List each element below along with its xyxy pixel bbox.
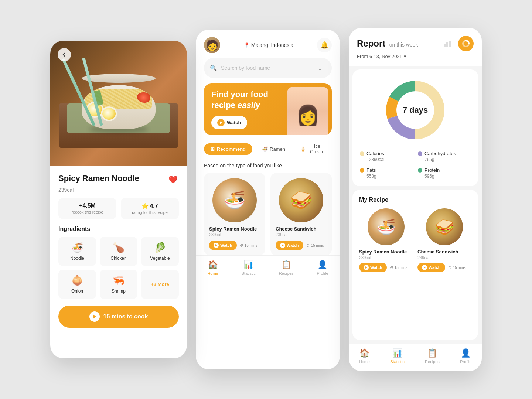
calories-value: 12890cal [360, 157, 413, 162]
favorite-button[interactable]: ❤️ [167, 174, 179, 185]
ramen-watch-button[interactable]: Watch [209, 241, 237, 250]
carbs-value: 765g [418, 157, 471, 162]
cook-play-icon [89, 311, 100, 322]
report-recipes-label: Recipes [425, 359, 440, 364]
recipes-nav-icon: 📋 [281, 260, 291, 270]
report-header: Report on this week [349, 28, 482, 66]
nav-profile[interactable]: 👤 Profile [317, 260, 328, 276]
filter-button[interactable] [314, 62, 326, 74]
tab-icecream[interactable]: 🍦 Ice Cream [295, 140, 332, 157]
ramen-image: 🍜 [212, 178, 257, 222]
bottom-navigation: 🏠 Home 📊 Statistic 📋 Recipes 👤 Profile [196, 255, 340, 283]
ramen-time: ⏱ 15 mins [240, 243, 258, 248]
report-title-row: Report on this week [357, 36, 474, 51]
recook-label: recook this recipe [63, 210, 112, 214]
cook-button[interactable]: 15 mins to cook [58, 306, 179, 328]
ramen-food-emoji: 🍜 [224, 190, 246, 211]
date-range: From 6-13, Nov 2021 ▾ [357, 54, 474, 59]
report-nav-profile[interactable]: 👤 Profile [460, 348, 471, 364]
search-bar[interactable]: 🔍 Search by food name [204, 58, 332, 78]
donut-chart: 7 days [382, 77, 449, 143]
avatar-emoji: 🧑 [206, 39, 219, 51]
report-bottom-nav: 🏠 Home 📊 Statistic 📋 Recipes 👤 Profile [349, 344, 482, 371]
chicken-icon: 🍗 [113, 242, 125, 253]
recipe-ramen-watch[interactable]: Watch [359, 263, 387, 272]
protein-dot [418, 168, 422, 173]
nav-recipes[interactable]: 📋 Recipes [279, 260, 294, 276]
clock-icon-2: ⏱ [306, 243, 310, 248]
recipe-ramen-cal: 239cal [359, 255, 413, 260]
profile-nav-icon: 👤 [317, 260, 327, 270]
report-nav-statistic[interactable]: 📊 Statistic [390, 348, 405, 364]
recipe-sandwich-tri [424, 266, 426, 269]
report-nav-recipes[interactable]: 📋 Recipes [425, 348, 440, 364]
banner-text: Find your foodrecipe easily Watch [211, 89, 324, 129]
protein-name: Protein [424, 167, 440, 173]
screen-recipe-detail: Spicy Ramen Noodle ❤️ 239cal +4.5M recoo… [50, 41, 187, 358]
protein-value: 596g [418, 174, 471, 179]
play-triangle [93, 314, 96, 319]
ingredient-shrimp: 🦐 Shrimp [100, 270, 137, 299]
ramen-name: Spicy Ramen Noodle [209, 226, 260, 232]
ingredients-heading: Ingredients [58, 226, 179, 232]
svg-rect-0 [317, 66, 323, 66]
chevron-down-icon: ▾ [404, 54, 406, 59]
date-range-text: From 6-13, Nov 2021 [357, 54, 402, 59]
tab-ramen[interactable]: 🍜 Ramen [257, 143, 290, 155]
noodle-label: Noodle [70, 256, 84, 261]
ramen-label: Ramen [270, 146, 285, 152]
svg-rect-5 [449, 41, 451, 47]
section-title: Based on the type of food you like [196, 163, 340, 173]
recipe-card-sandwich: 🥪 Cheese Sandwich 239cal Watch [417, 208, 471, 272]
sandwich-image: 🥪 [279, 178, 323, 222]
food-card-sandwich: 🥪 Cheese Sandwich 239cal Watch ⏱ 15 mins [270, 173, 332, 255]
svg-rect-4 [446, 42, 448, 47]
recipe-ramen-actions: Watch ⏱ 15 mins [359, 263, 413, 272]
donut-chart-button[interactable] [458, 36, 474, 51]
carbs-name: Carbohydrates [424, 151, 456, 156]
search-placeholder-text: Search by food name [221, 65, 310, 71]
report-recipes-icon: 📋 [427, 348, 437, 358]
sandwich-play-tri [282, 244, 284, 246]
report-profile-icon: 👤 [461, 348, 471, 358]
report-nav-home[interactable]: 🏠 Home [359, 348, 370, 364]
promo-banner: Find your foodrecipe easily Watch 👩 [204, 83, 332, 135]
recipe-sandwich-name: Cheese Sandwich [417, 249, 471, 255]
recipe-sandwich-play [422, 265, 427, 270]
back-button[interactable] [58, 48, 71, 61]
banner-watch-label: Watch [227, 120, 241, 125]
tab-recommend[interactable]: ⊞ Recommend [204, 143, 252, 155]
sandwich-time: ⏱ 15 mins [306, 243, 324, 248]
sandwich-watch-button[interactable]: Watch [276, 241, 303, 250]
nav-home[interactable]: 🏠 Home [207, 260, 218, 276]
bar-chart-button[interactable] [441, 37, 454, 50]
notification-button[interactable]: 🔔 [317, 38, 332, 52]
sandwich-name: Cheese Sandwich [276, 226, 327, 232]
recommend-icon: ⊞ [211, 146, 215, 152]
donut-chart-container: 7 days [360, 77, 471, 143]
sandwich-time-value: 15 mins [311, 243, 324, 248]
screen-report: Report on this week [349, 28, 482, 371]
more-ingredients[interactable]: +3 More [141, 270, 179, 299]
cook-label: 15 mins to cook [103, 313, 148, 320]
legend-protein: Protein 596g [418, 167, 471, 179]
ramen-play-icon [214, 243, 219, 248]
legend-fats: Fats 558g [360, 167, 413, 179]
recipe-sandwich-watch[interactable]: Watch [417, 263, 445, 272]
recipe-sandwich-time-val: 15 mins [453, 266, 466, 270]
report-title: Report [357, 38, 385, 48]
ingredient-onion: 🧅 Onion [58, 270, 96, 299]
recipe-ramen-emoji: 🍜 [376, 218, 396, 236]
report-statistic-label: Statistic [390, 359, 405, 364]
report-profile-label: Profile [460, 359, 471, 364]
report-subtitle: on this week [389, 42, 418, 48]
banner-watch-button[interactable]: Watch [211, 116, 247, 129]
noodle-icon: 🍜 [71, 242, 83, 253]
svg-rect-1 [318, 68, 322, 68]
myrecipe-title: My Recipe [359, 197, 471, 203]
recipe-ramen-name: Spicy Ramen Noodle [359, 249, 413, 255]
profile-nav-label: Profile [317, 271, 328, 276]
user-avatar[interactable]: 🧑 [204, 37, 220, 53]
nav-statistic[interactable]: 📊 Statistic [242, 260, 256, 276]
clock-icon-3: ⏱ [390, 266, 393, 270]
